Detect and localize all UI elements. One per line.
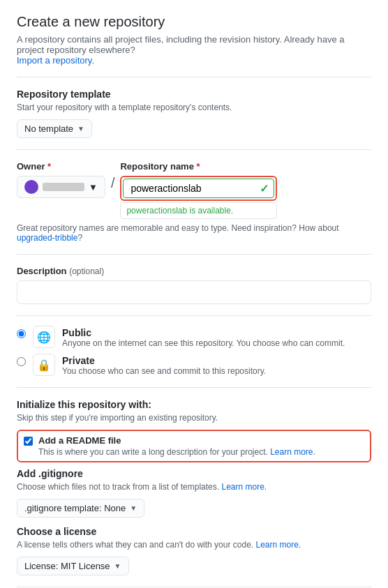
public-desc: Anyone on the internet can see this repo…	[62, 338, 345, 348]
repo-name-input[interactable]	[123, 179, 274, 198]
owner-dropdown[interactable]: ▼	[17, 176, 105, 198]
license-learn-more-link[interactable]: Learn more.	[256, 540, 301, 550]
public-title: Public	[62, 327, 345, 338]
chevron-down-icon: ▼	[77, 125, 84, 133]
readme-box: Add a README file This is where you can …	[17, 430, 371, 462]
public-radio[interactable]	[17, 329, 26, 338]
license-desc: A license tells others what they can and…	[17, 540, 371, 550]
repo-name-required: *	[197, 161, 200, 172]
template-label: Repository template	[17, 89, 371, 100]
readme-label: Add a README file	[38, 435, 315, 446]
check-icon: ✓	[260, 182, 269, 195]
license-label: Choose a license	[17, 526, 371, 537]
description-label: Description (optional)	[17, 266, 371, 276]
license-dropdown[interactable]: License: MIT License ▼	[17, 557, 129, 575]
owner-block: Owner * ▼	[17, 161, 105, 198]
gitignore-dropdown-label: .gitignore template: None	[24, 503, 126, 513]
gitignore-desc: Choose which files not to track from a l…	[17, 482, 371, 492]
owner-name	[43, 183, 84, 191]
gitignore-label: Add .gitignore	[17, 468, 371, 479]
initialize-section: Initialize this repository with: Skip th…	[17, 399, 371, 462]
readme-desc: This is where you can write a long descr…	[38, 447, 315, 457]
repo-block: Repository name * ✓ poweractionslab is a…	[120, 161, 277, 219]
template-dropdown[interactable]: No template ▼	[17, 119, 92, 138]
slash-separator: /	[111, 161, 115, 191]
divider-6	[17, 587, 371, 587]
private-desc: You choose who can see and commit to thi…	[62, 366, 266, 376]
repo-input-wrapper: ✓	[120, 176, 277, 201]
optional-label: (optional)	[69, 266, 104, 276]
lock-icon: 🔒	[33, 354, 55, 376]
divider-3	[17, 254, 371, 255]
license-section: Choose a license A license tells others …	[17, 526, 371, 575]
divider-5	[17, 387, 371, 388]
divider-2	[17, 149, 371, 150]
owner-label: Owner *	[17, 161, 105, 172]
repo-name-label: Repository name *	[120, 161, 277, 172]
gitignore-learn-more-link[interactable]: Learn more.	[221, 482, 267, 492]
owner-repo-section: Owner * ▼ / Repository name * ✓ poweract…	[17, 161, 371, 243]
license-dropdown-label: License: MIT License	[24, 561, 110, 571]
great-names-text: Great repository names are memorable and…	[17, 223, 371, 243]
private-text: Private You choose who can see and commi…	[62, 355, 266, 376]
private-radio[interactable]	[17, 357, 26, 366]
chevron-down-icon: ▼	[130, 504, 137, 512]
template-desc: Start your repository with a template re…	[17, 103, 371, 112]
public-option: 🌐 Public Anyone on the internet can see …	[17, 327, 371, 348]
init-label: Initialize this repository with:	[17, 399, 371, 410]
globe-icon: 🌐	[33, 326, 55, 348]
template-dropdown-label: No template	[24, 123, 73, 134]
readme-checkbox[interactable]	[24, 437, 33, 446]
readme-learn-more-link[interactable]: Learn more.	[270, 447, 315, 457]
import-link[interactable]: Import a repository.	[17, 55, 94, 66]
description-input[interactable]	[17, 280, 371, 304]
private-title: Private	[62, 355, 266, 366]
repository-template-section: Repository template Start your repositor…	[17, 89, 371, 138]
owner-required: *	[47, 161, 51, 172]
availability-message: poweractionslab is available.	[120, 202, 277, 219]
chevron-down-icon: ▼	[89, 182, 98, 193]
init-desc: Skip this step if you're importing an ex…	[17, 413, 371, 423]
readme-row: Add a README file This is where you can …	[24, 435, 364, 457]
page-subtitle: A repository contains all project files,…	[17, 34, 371, 66]
public-text: Public Anyone on the internet can see th…	[62, 327, 345, 348]
visibility-section: 🌐 Public Anyone on the internet can see …	[17, 327, 371, 376]
description-section: Description (optional)	[17, 266, 371, 304]
page-title: Create a new repository	[17, 14, 371, 30]
upgraded-tribble-link[interactable]: upgraded-tribble	[17, 233, 77, 243]
gitignore-section: Add .gitignore Choose which files not to…	[17, 468, 371, 518]
chevron-down-icon: ▼	[114, 562, 121, 570]
avatar	[24, 180, 38, 194]
divider-4	[17, 315, 371, 316]
private-option: 🔒 Private You choose who can see and com…	[17, 355, 371, 376]
divider-1	[17, 77, 371, 77]
gitignore-dropdown[interactable]: .gitignore template: None ▼	[17, 499, 144, 518]
